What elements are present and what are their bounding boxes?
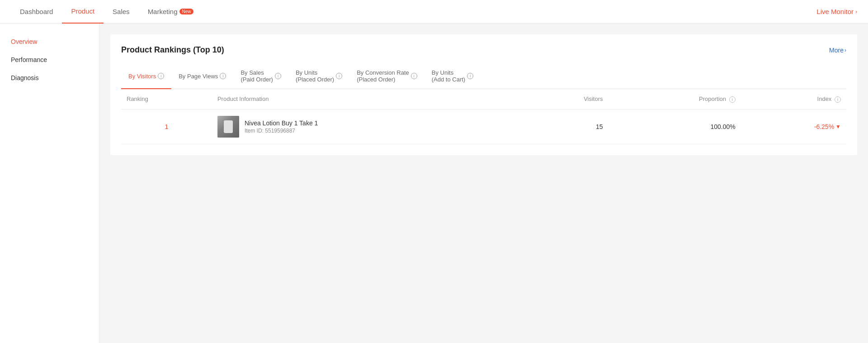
nav-product[interactable]: Product — [62, 0, 104, 24]
table-header-row: Ranking Product Information Visitors Pro… — [121, 89, 846, 109]
th-ranking: Ranking — [121, 89, 212, 109]
table-head: Ranking Product Information Visitors Pro… — [121, 89, 846, 109]
more-link[interactable]: More › — [829, 47, 846, 54]
top-nav: Dashboard Product Sales Marketing New Li… — [0, 0, 868, 24]
layout: Overview Performance Diagnosis Product R… — [0, 24, 868, 343]
live-monitor-link[interactable]: Live Monitor › — [816, 8, 857, 15]
nav-dashboard[interactable]: Dashboard — [11, 0, 62, 24]
trend-down-icon: ▼ — [835, 124, 841, 130]
tab-by-units-cart[interactable]: By Units(Add to Cart) i — [425, 64, 481, 89]
table-body: 1 Nivea Lotion Buy 1 Take 1 Item ID: 551… — [121, 109, 846, 144]
tab-by-sales[interactable]: By Sales(Paid Order) i — [233, 64, 288, 89]
ranking-number: 1 — [127, 123, 207, 130]
index-info-icon[interactable]: i — [835, 96, 841, 103]
by-conversion-info-icon[interactable]: i — [411, 73, 417, 79]
tab-by-page-views[interactable]: By Page Views i — [171, 64, 233, 89]
product-thumbnail-image — [217, 116, 239, 138]
nav-marketing[interactable]: Marketing New — [139, 0, 203, 24]
tab-by-conversion-rate[interactable]: By Conversion Rate(Placed Order) i — [349, 64, 425, 89]
proportion-value: 100.00% — [710, 123, 735, 130]
nav-sales[interactable]: Sales — [104, 0, 139, 24]
live-monitor-arrow: › — [855, 9, 857, 15]
ranking-tabs: By Visitors i By Page Views i By Sales(P… — [121, 64, 846, 89]
new-badge: New — [179, 9, 193, 14]
more-arrow: › — [844, 47, 846, 53]
by-page-views-info-icon[interactable]: i — [220, 73, 226, 79]
main-content: Product Rankings (Top 10) More › By Visi… — [99, 24, 868, 343]
product-thumbnail — [217, 116, 239, 138]
cell-proportion: 100.00% — [609, 109, 741, 144]
th-proportion: Proportion i — [609, 89, 741, 109]
cell-index: -6.25% ▼ — [741, 109, 846, 144]
index-value: -6.25% — [814, 123, 834, 130]
sidebar-item-overview[interactable]: Overview — [0, 33, 99, 51]
visitors-value: 15 — [596, 123, 603, 130]
cell-visitors: 15 — [524, 109, 608, 144]
product-name: Nivea Lotion Buy 1 Take 1 — [245, 119, 318, 127]
index-value-container: -6.25% ▼ — [746, 123, 841, 130]
product-details: Nivea Lotion Buy 1 Take 1 Item ID: 55195… — [245, 119, 318, 134]
card-title: Product Rankings (Top 10) — [121, 45, 224, 55]
sidebar-item-performance[interactable]: Performance — [0, 51, 99, 69]
table-row: 1 Nivea Lotion Buy 1 Take 1 Item ID: 551… — [121, 109, 846, 144]
cell-product-info: Nivea Lotion Buy 1 Take 1 Item ID: 55195… — [212, 109, 524, 144]
th-visitors: Visitors — [524, 89, 608, 109]
by-units-placed-info-icon[interactable]: i — [336, 73, 342, 79]
th-product-info: Product Information — [212, 89, 524, 109]
tab-by-visitors[interactable]: By Visitors i — [121, 64, 171, 89]
th-index: Index i — [741, 89, 846, 109]
product-rankings-card: Product Rankings (Top 10) More › By Visi… — [110, 34, 857, 155]
sidebar: Overview Performance Diagnosis — [0, 24, 99, 343]
product-info-container: Nivea Lotion Buy 1 Take 1 Item ID: 55195… — [217, 116, 519, 138]
proportion-info-icon[interactable]: i — [729, 96, 736, 103]
by-units-cart-info-icon[interactable]: i — [467, 73, 473, 79]
product-id: Item ID: 5519596887 — [245, 128, 318, 134]
by-visitors-info-icon[interactable]: i — [158, 73, 164, 79]
tab-by-units-placed[interactable]: By Units(Placed Order) i — [288, 64, 349, 89]
by-sales-info-icon[interactable]: i — [275, 73, 281, 79]
sidebar-item-diagnosis[interactable]: Diagnosis — [0, 69, 99, 87]
card-header: Product Rankings (Top 10) More › — [121, 45, 846, 55]
cell-ranking: 1 — [121, 109, 212, 144]
rankings-table: Ranking Product Information Visitors Pro… — [121, 89, 846, 144]
